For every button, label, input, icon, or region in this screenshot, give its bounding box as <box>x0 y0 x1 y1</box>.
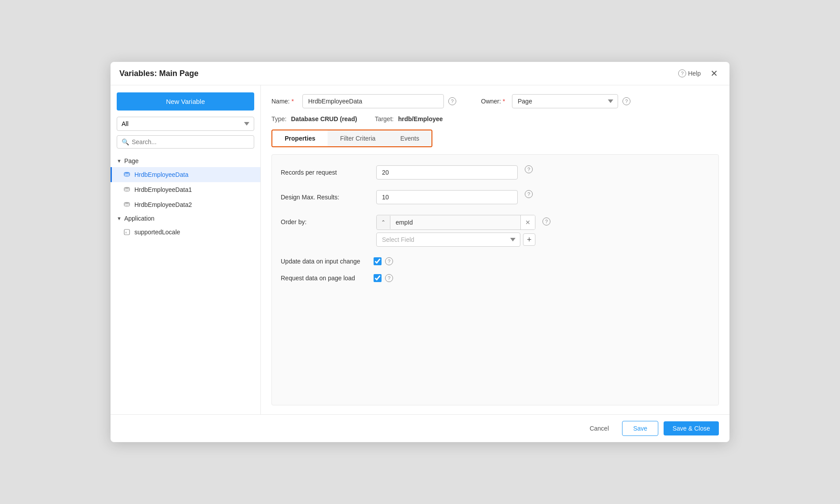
target-value: hrdb/Employee <box>398 115 443 122</box>
sidebar-item-hrdbemployeedata2-label: HrdbEmployeeData2 <box>134 201 192 208</box>
db-icon-1 <box>123 171 131 179</box>
records-help-icon: ? <box>525 165 533 173</box>
tab-properties[interactable]: Properties <box>272 130 328 146</box>
help-icon: ? <box>678 69 686 77</box>
search-icon: 🔍 <box>122 138 129 145</box>
application-section-label: Application <box>124 215 155 222</box>
order-by-container: ⌃ empId ✕ Select Field + <box>376 215 535 247</box>
header-actions: ? Help ✕ <box>676 68 721 79</box>
add-field-button[interactable]: + <box>523 233 535 246</box>
new-variable-button[interactable]: New Variable <box>117 92 254 111</box>
records-per-request-row: Records per request ? <box>281 165 710 179</box>
tab-filter-criteria[interactable]: Filter Criteria <box>328 130 388 146</box>
db-icon-2 <box>123 186 131 194</box>
records-per-request-input[interactable] <box>376 165 518 179</box>
var-icon: x <box>123 228 131 236</box>
sidebar-item-hrdbemployeedata1-label: HrdbEmployeeData1 <box>134 186 192 193</box>
close-button[interactable]: ✕ <box>708 68 721 79</box>
update-data-row: Update data on input change ? <box>281 257 710 265</box>
sidebar-item-hrdbemployeedata-label: HrdbEmployeeData <box>134 171 188 178</box>
request-data-checkbox[interactable] <box>374 274 382 282</box>
order-by-row: Order by: ⌃ empId ✕ Select Field + <box>281 215 710 247</box>
order-by-help-icon: ? <box>542 218 550 225</box>
type-value: Database CRUD (read) <box>291 115 357 122</box>
dialog-footer: Cancel Save Save & Close <box>111 414 729 442</box>
owner-field-row: Owner: * Page Application ? <box>481 94 630 108</box>
search-box: 🔍 <box>117 135 254 149</box>
order-by-clear-button[interactable]: ✕ <box>520 215 535 229</box>
owner-help-icon: ? <box>622 97 630 105</box>
tab-events[interactable]: Events <box>388 130 431 146</box>
type-item: Type: Database CRUD (read) <box>271 115 357 122</box>
design-max-help-icon: ? <box>525 190 533 198</box>
properties-section: Records per request ? Design Max. Result… <box>271 154 719 405</box>
design-max-input[interactable] <box>376 190 518 204</box>
sidebar-item-hrdbemployeedata2[interactable]: HrdbEmployeeData2 <box>111 197 260 212</box>
cancel-button[interactable]: Cancel <box>582 421 617 435</box>
request-data-row: Request data on page load ? <box>281 274 710 282</box>
save-close-button[interactable]: Save & Close <box>664 421 719 435</box>
update-data-cb-wrapper: ? <box>374 257 393 265</box>
name-help-icon: ? <box>448 97 456 105</box>
sidebar-item-hrdbemployeedata1[interactable]: HrdbEmployeeData1 <box>111 182 260 197</box>
order-by-item: ⌃ empId ✕ <box>376 215 535 230</box>
sidebar-item-supportedlocale[interactable]: x supportedLocale <box>111 225 260 240</box>
page-section-arrow: ▼ <box>117 158 122 164</box>
name-required: * <box>291 98 294 105</box>
owner-required: * <box>503 98 505 105</box>
application-section-arrow: ▼ <box>117 216 122 221</box>
name-label: Name: * <box>271 98 298 105</box>
section-page[interactable]: ▼ Page <box>111 155 260 167</box>
save-button[interactable]: Save <box>622 421 658 436</box>
dialog-header: Variables: Main Page ? Help ✕ <box>111 62 729 85</box>
page-section-label: Page <box>124 157 139 164</box>
design-max-label: Design Max. Results: <box>281 190 369 201</box>
tabs-bar: Properties Filter Criteria Events <box>271 130 432 147</box>
svg-point-1 <box>124 187 130 189</box>
select-field-row: Select Field + <box>376 233 535 247</box>
order-by-value: empId <box>390 215 520 229</box>
sidebar-item-hrdbemployeedata[interactable]: HrdbEmployeeData <box>111 167 260 182</box>
name-input[interactable] <box>302 94 444 108</box>
target-item: Target: hrdb/Employee <box>375 115 443 122</box>
svg-point-2 <box>124 202 130 204</box>
order-by-up-arrow[interactable]: ⌃ <box>377 216 390 229</box>
order-by-label: Order by: <box>281 215 369 225</box>
request-data-cb-wrapper: ? <box>374 274 393 282</box>
sidebar: New Variable All Page Application 🔍 ▼ Pa… <box>111 85 261 414</box>
db-icon-3 <box>123 201 131 209</box>
update-data-help-icon: ? <box>385 257 393 265</box>
type-target-row: Type: Database CRUD (read) Target: hrdb/… <box>271 115 719 122</box>
update-data-label: Update data on input change <box>281 258 369 265</box>
owner-label: Owner: * <box>481 98 508 105</box>
design-max-row: Design Max. Results: ? <box>281 190 710 204</box>
name-owner-row: Name: * ? Owner: * Page Application <box>271 94 719 108</box>
section-application[interactable]: ▼ Application <box>111 212 260 225</box>
sidebar-item-supportedlocale-label: supportedLocale <box>134 229 180 236</box>
owner-select[interactable]: Page Application <box>512 94 618 108</box>
update-data-checkbox[interactable] <box>374 257 382 265</box>
target-label: Target: <box>375 115 394 122</box>
help-button[interactable]: ? Help <box>676 69 703 78</box>
request-data-help-icon: ? <box>385 274 393 282</box>
type-label: Type: <box>271 115 286 122</box>
main-content: Name: * ? Owner: * Page Application <box>261 85 729 414</box>
dialog-title: Variables: Main Page <box>119 69 199 78</box>
svg-point-0 <box>124 172 130 174</box>
search-input[interactable] <box>132 138 249 145</box>
filter-select[interactable]: All Page Application <box>117 117 254 131</box>
select-field-dropdown[interactable]: Select Field <box>376 233 520 247</box>
help-label: Help <box>688 70 701 77</box>
request-data-label: Request data on page load <box>281 275 369 282</box>
dialog-body: New Variable All Page Application 🔍 ▼ Pa… <box>111 85 729 414</box>
svg-text:x: x <box>125 231 127 234</box>
name-field-row: Name: * ? <box>271 94 456 108</box>
records-per-request-label: Records per request <box>281 165 369 176</box>
dialog: Variables: Main Page ? Help ✕ New Variab… <box>111 62 729 442</box>
